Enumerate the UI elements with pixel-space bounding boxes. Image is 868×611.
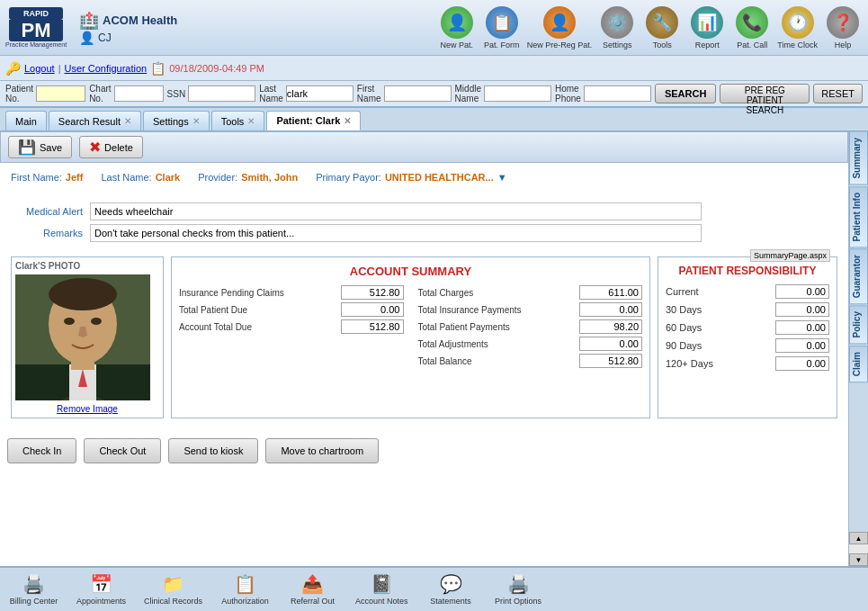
resp-60days-value[interactable] bbox=[775, 320, 829, 335]
chart-no-field: Chart No. bbox=[89, 84, 163, 103]
tab-main[interactable]: Main bbox=[5, 111, 47, 130]
tab-tools-close[interactable]: ✕ bbox=[247, 116, 255, 126]
tab-search-result-close[interactable]: ✕ bbox=[124, 116, 131, 126]
nav-settings[interactable]: ⚙️ Settings bbox=[597, 6, 637, 49]
nav-time-clock[interactable]: 🕐 Time Clock bbox=[777, 6, 818, 49]
tab-settings-close[interactable]: ✕ bbox=[192, 116, 200, 126]
reset-button[interactable]: RESET bbox=[813, 84, 863, 103]
prereg-button[interactable]: PRE REG PATIENT SEARCH bbox=[720, 84, 810, 103]
total-pat-payments-value[interactable] bbox=[579, 319, 642, 334]
clinical-records-tab[interactable]: 📁 Clinical Records bbox=[135, 570, 211, 609]
remarks-input[interactable] bbox=[90, 224, 702, 242]
nav-new-patient[interactable]: 👤 New Pat. bbox=[437, 6, 477, 49]
svg-rect-8 bbox=[71, 354, 94, 370]
print-options-label: Print Options bbox=[495, 597, 541, 606]
authorization-tab[interactable]: 📋 Authorization bbox=[211, 570, 279, 609]
nav-pat-form[interactable]: 📋 Pat. Form bbox=[482, 6, 522, 49]
account-left-col: Insurance Pending Claims Total Patient D… bbox=[179, 285, 404, 371]
company-name: ACOM Health bbox=[103, 13, 177, 27]
medical-alert-input[interactable] bbox=[90, 202, 702, 220]
account-notes-tab[interactable]: 📓 Account Notes bbox=[346, 570, 417, 609]
check-out-button[interactable]: Check Out bbox=[84, 438, 161, 463]
ssn-field: SSN bbox=[167, 85, 256, 102]
tab-tools[interactable]: Tools ✕ bbox=[211, 111, 265, 130]
nav-time-clock-label: Time Clock bbox=[777, 40, 818, 49]
payor-dropdown-icon[interactable]: ▼ bbox=[497, 172, 507, 183]
logo-area: RAPID PM Practice Management bbox=[5, 7, 67, 48]
header: RAPID PM Practice Management 🏥 ACOM Heal… bbox=[0, 0, 868, 56]
user-config-link[interactable]: User Configuration bbox=[65, 63, 148, 74]
toolbar-date: 09/18/2009-04:49 PM bbox=[169, 63, 264, 74]
resp-90days: 90 Days bbox=[666, 338, 829, 353]
home-phone-input[interactable] bbox=[584, 85, 651, 102]
nav-tools-label: Tools bbox=[653, 40, 672, 49]
tab-search-result[interactable]: Search Result ✕ bbox=[49, 111, 141, 130]
first-name-input[interactable] bbox=[384, 85, 452, 102]
resp-90days-value[interactable] bbox=[775, 338, 829, 353]
resp-current: Current bbox=[666, 284, 829, 299]
total-charges-value[interactable] bbox=[579, 285, 642, 300]
nav-help[interactable]: ❓ Help bbox=[823, 6, 863, 49]
sidebar-tab-guarantor[interactable]: Guarantor bbox=[849, 248, 868, 304]
delete-button[interactable]: ✖ Delete bbox=[79, 136, 143, 158]
ssn-input[interactable] bbox=[188, 85, 255, 102]
patient-no-input[interactable] bbox=[36, 85, 85, 102]
referral-out-tab[interactable]: 📤 Referral Out bbox=[279, 570, 346, 609]
resp-120plus-value[interactable] bbox=[775, 356, 829, 371]
nav-new-prereg[interactable]: 👤 New Pre-Reg Pat. bbox=[527, 6, 593, 49]
tab-patient-clark[interactable]: Patient: Clark ✕ bbox=[266, 111, 361, 130]
account-total-due-value[interactable] bbox=[341, 319, 404, 334]
print-options-tab[interactable]: 🖨️ Print Options bbox=[485, 570, 552, 609]
patient-photo bbox=[15, 274, 150, 400]
appointments-label: Appointments bbox=[76, 597, 126, 606]
scroll-up-btn[interactable]: ▲ bbox=[849, 532, 868, 544]
check-in-button[interactable]: Check In bbox=[7, 438, 76, 463]
main-panel: 💾 Save ✖ Delete First Name: Jeff Last Na… bbox=[0, 131, 848, 566]
resp-30days-value[interactable] bbox=[775, 302, 829, 317]
scroll-down-btn[interactable]: ▼ bbox=[849, 553, 868, 566]
resp-current-value[interactable] bbox=[775, 284, 829, 299]
user-icon: 👤 bbox=[79, 31, 94, 45]
home-phone-field: Home Phone bbox=[555, 84, 651, 103]
account-notes-icon: 📓 bbox=[371, 573, 393, 595]
nav-report[interactable]: 📊 Report bbox=[687, 6, 727, 49]
total-ins-payments-value[interactable] bbox=[579, 302, 642, 317]
statements-tab[interactable]: 💬 Statements bbox=[417, 570, 485, 609]
alert-section: Medical Alert Remarks bbox=[0, 202, 848, 242]
sidebar-tab-policy[interactable]: Policy bbox=[849, 305, 868, 344]
sidebar-tab-summary[interactable]: Summary bbox=[849, 131, 868, 185]
nav-tools[interactable]: 🔧 Tools bbox=[642, 6, 682, 49]
search-row: Patient No. Chart No. SSN Last Name Firs… bbox=[0, 81, 868, 108]
delete-icon: ✖ bbox=[89, 139, 101, 156]
search-button[interactable]: SEARCH bbox=[655, 84, 716, 103]
tab-patient-clark-close[interactable]: ✕ bbox=[344, 116, 351, 126]
primary-payor-display: Primary Payor: UNITED HEALTHCAR... ▼ bbox=[316, 172, 506, 183]
account-row-patient-due: Total Patient Due bbox=[179, 302, 404, 317]
billing-center-label: Billing Center bbox=[10, 597, 58, 606]
appointments-tab[interactable]: 📅 Appointments bbox=[67, 570, 135, 609]
first-name-display: First Name: Jeff bbox=[11, 172, 83, 183]
tab-settings[interactable]: Settings ✕ bbox=[143, 111, 210, 130]
save-button[interactable]: 💾 Save bbox=[8, 136, 72, 158]
move-to-chartroom-button[interactable]: Move to chartroom bbox=[265, 438, 379, 463]
total-adjustments-value[interactable] bbox=[579, 337, 642, 351]
total-balance-value[interactable] bbox=[579, 354, 642, 368]
middle-name-input[interactable] bbox=[484, 85, 551, 102]
toolbar-sep1: | bbox=[58, 63, 61, 74]
nav-settings-label: Settings bbox=[603, 40, 632, 49]
chart-no-input[interactable] bbox=[114, 85, 164, 102]
sidebar-tab-claim[interactable]: Claim bbox=[849, 346, 868, 382]
nav-pat-call[interactable]: 📞 Pat. Call bbox=[732, 6, 772, 49]
insurance-pending-value[interactable] bbox=[341, 285, 404, 300]
sidebar-tab-patient-info[interactable]: Patient Info bbox=[849, 186, 868, 247]
save-icon: 💾 bbox=[18, 139, 36, 156]
account-row-total-due: Account Total Due bbox=[179, 319, 404, 334]
billing-center-tab[interactable]: 🖨️ Billing Center bbox=[0, 570, 67, 609]
remove-image-link[interactable]: Remove Image bbox=[15, 404, 159, 414]
ssn-label: SSN bbox=[167, 89, 186, 99]
last-name-input[interactable] bbox=[286, 85, 353, 102]
logout-link[interactable]: Logout bbox=[24, 63, 55, 74]
send-to-kiosk-button[interactable]: Send to kiosk bbox=[168, 438, 258, 463]
total-patient-due-value[interactable] bbox=[341, 302, 404, 317]
chart-no-label: Chart No. bbox=[89, 84, 111, 103]
